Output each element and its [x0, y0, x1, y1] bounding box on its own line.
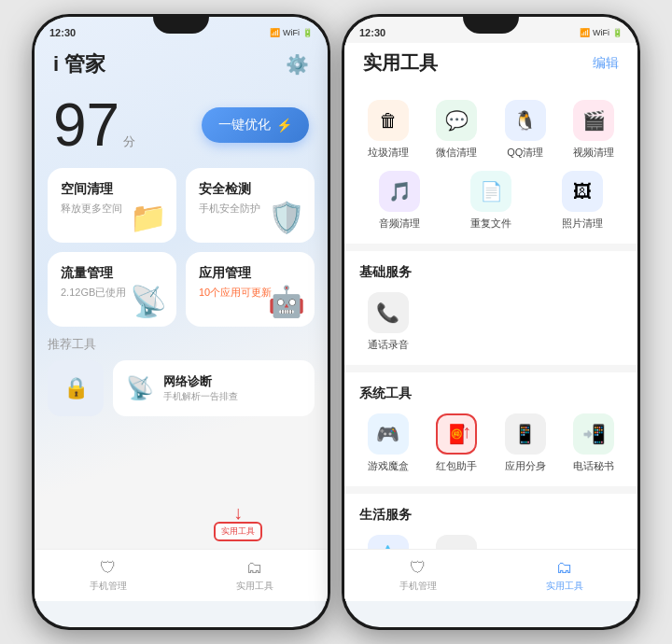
nav-phone-manage-right[interactable]: 🛡 手机管理	[344, 550, 491, 601]
wechat-icon: 💬	[445, 109, 469, 132]
small-tool-icon: 🔒	[63, 376, 89, 400]
tool-small-1[interactable]: 🔒	[48, 360, 104, 416]
tool-dup-label: 重复文件	[470, 217, 511, 231]
tool-game-box[interactable]: 🎮 游戏魔盒	[359, 413, 417, 473]
bottom-nav-left: 🛡 手机管理 🗂 实用工具	[35, 549, 328, 601]
signal-icon: 📶	[270, 28, 280, 37]
card-space[interactable]: 空间清理 释放更多空间 📁	[48, 168, 176, 243]
tool-video[interactable]: 🎬 视频清理	[566, 100, 623, 160]
basic-services-section: 基础服务 📞 通话录音	[344, 251, 637, 365]
nav-phone-label: 手机管理	[90, 580, 127, 593]
nav-tools-icon: 🗂	[246, 558, 263, 578]
tools-row: 🔒 📡 网络诊断 手机解析一告排查	[35, 360, 328, 416]
wifi-icon: WiFi	[283, 28, 300, 37]
card-space-icon: 📁	[130, 200, 167, 235]
score-section: 97 分 一键优化 ⚡	[35, 86, 328, 168]
card-space-title: 空间清理	[61, 181, 163, 198]
bottom-nav-right: 🛡 手机管理 🗂 实用工具	[344, 549, 637, 601]
tool-audio-label: 音频清理	[379, 217, 420, 231]
tool-dup-icon-box: 📄	[470, 171, 511, 212]
network-tool[interactable]: 📡 网络诊断 手机解析一告排查	[113, 360, 315, 416]
left-phone-screen: 12:30 📶 WiFi 🔋 i 管家 ⚙️ 97 分 一键优化	[35, 17, 328, 627]
wifi-icon-right: WiFi	[593, 28, 609, 37]
app-header: i 管家 ⚙️	[35, 43, 328, 86]
tool-trash-icon-box: 🗑	[368, 100, 409, 141]
appclone-icon: 📱	[513, 423, 537, 445]
tool-dup[interactable]: 📄 重复文件	[451, 171, 531, 231]
nav-tools-right[interactable]: 🗂 实用工具	[491, 550, 637, 601]
status-icons-left: 📶 WiFi 🔋	[270, 28, 313, 37]
tool-wechat[interactable]: 💬 微信清理	[428, 100, 486, 160]
tool-phonesec-icon-box: 📲	[573, 413, 614, 455]
nav-phone-manage[interactable]: 🛡 手机管理	[35, 550, 181, 601]
tool-audio-icon-box: 🎵	[379, 171, 420, 212]
right-scroll-area[interactable]: 🗑 垃圾清理 💬 微信清理 🐧	[344, 87, 637, 601]
right-phone: 12:30 📶 WiFi 🔋 实用工具 编辑	[342, 14, 640, 630]
tool-phonesec-label: 电话秘书	[573, 459, 614, 473]
down-arrow-icon: ↓	[233, 503, 243, 522]
tool-video-icon-box: 🎬	[573, 100, 614, 141]
optimize-button[interactable]: 一键优化 ⚡	[202, 107, 309, 143]
app-title: i 管家	[53, 50, 105, 78]
card-security[interactable]: 安全检测 手机安全防护 🛡️	[186, 168, 315, 243]
status-icons-right: 📶 WiFi 🔋	[580, 28, 623, 37]
status-time-right: 12:30	[359, 27, 385, 38]
lightning-icon: ⚡	[276, 118, 292, 133]
game-icon: 🎮	[376, 423, 399, 445]
basic-services-title: 基础服务	[359, 264, 623, 281]
life-services-title: 生活服务	[359, 507, 623, 524]
gear-icon[interactable]: ⚙️	[286, 53, 309, 76]
signal-icon-right: 📶	[580, 28, 590, 37]
nav-shield-icon-right: 🛡	[410, 558, 427, 578]
cleaning-grid-top: 🗑 垃圾清理 💬 微信清理 🐧	[359, 100, 623, 160]
card-apps-icon: 🤖	[268, 284, 305, 319]
red-arrow-right: ↑	[462, 421, 471, 442]
nav-phone-label-right: 手机管理	[399, 580, 437, 593]
tool-app-clone[interactable]: 📱 应用分身	[497, 413, 554, 473]
tools-title: 实用工具	[363, 50, 438, 76]
card-traffic-title: 流量管理	[61, 265, 163, 282]
notch	[153, 17, 209, 34]
nav-shield-icon: 🛡	[100, 558, 117, 578]
tool-photo[interactable]: 🖼 照片清理	[542, 171, 623, 231]
tool-audio[interactable]: 🎵 音频清理	[359, 171, 440, 231]
left-phone: 12:30 📶 WiFi 🔋 i 管家 ⚙️ 97 分 一键优化	[32, 14, 330, 630]
network-icon: 📡	[126, 375, 154, 401]
tool-qq-label: QQ清理	[507, 146, 543, 160]
tool-wechat-label: 微信清理	[436, 146, 477, 160]
system-tools-section: 系统工具 🎮 游戏魔盒 🧧 红包助手	[344, 372, 637, 486]
tool-call-record[interactable]: 📞 通话录音	[359, 292, 417, 352]
trash-icon: 🗑	[379, 110, 398, 132]
nav-tools-label-right: 实用工具	[546, 580, 583, 593]
card-security-title: 安全检测	[199, 181, 301, 198]
dup-icon: 📄	[480, 180, 503, 203]
tool-redpacket-label: 红包助手	[436, 459, 477, 473]
score-unit: 分	[123, 133, 135, 150]
notch-right	[463, 17, 519, 34]
card-traffic[interactable]: 流量管理 2.12GB已使用 📡	[48, 252, 176, 327]
score-display: 97 分	[53, 95, 135, 155]
red-arrow-annotation: ↓ 实用工具	[214, 503, 262, 541]
nav-tools[interactable]: 🗂 实用工具	[181, 550, 328, 601]
tool-photo-icon-box: 🖼	[562, 171, 603, 212]
tool-trash[interactable]: 🗑 垃圾清理	[359, 100, 417, 160]
tool-qq[interactable]: 🐧 QQ清理	[497, 100, 554, 160]
score-number: 97	[53, 95, 119, 155]
nav-tools-icon-right: 🗂	[556, 558, 573, 578]
red-box-highlight: 实用工具	[214, 522, 262, 541]
basic-grid: 📞 通话录音	[359, 292, 623, 352]
tool-phone-secretary[interactable]: 📲 电话秘书	[566, 413, 623, 473]
tool-appclone-icon-box: 📱	[505, 413, 546, 455]
edit-button[interactable]: 编辑	[593, 55, 619, 72]
card-apps[interactable]: 应用管理 10个应用可更新 🤖	[186, 252, 315, 327]
recommended-label: 推荐工具	[35, 336, 328, 360]
tool-appclone-label: 应用分身	[505, 459, 546, 473]
system-grid: 🎮 游戏魔盒 🧧 红包助手 📱	[359, 413, 623, 473]
network-info: 网络诊断 手机解析一告排查	[163, 373, 238, 403]
tool-game-label: 游戏魔盒	[368, 459, 409, 473]
tool-red-packet[interactable]: 🧧 红包助手	[428, 413, 486, 473]
tool-call-icon-box: 📞	[368, 292, 409, 333]
phonesec-icon: 📲	[582, 423, 606, 445]
card-security-icon: 🛡️	[268, 200, 305, 235]
battery-icon: 🔋	[302, 28, 313, 37]
